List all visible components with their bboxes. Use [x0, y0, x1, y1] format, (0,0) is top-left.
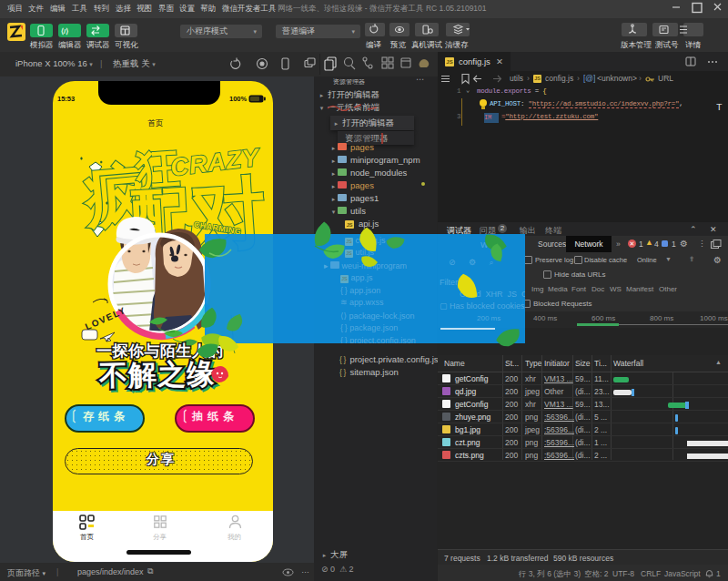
svg-text:⟨/⟩: ⟨/⟩ [61, 27, 68, 36]
svg-text:不解之缘: 不解之缘 [98, 358, 217, 392]
